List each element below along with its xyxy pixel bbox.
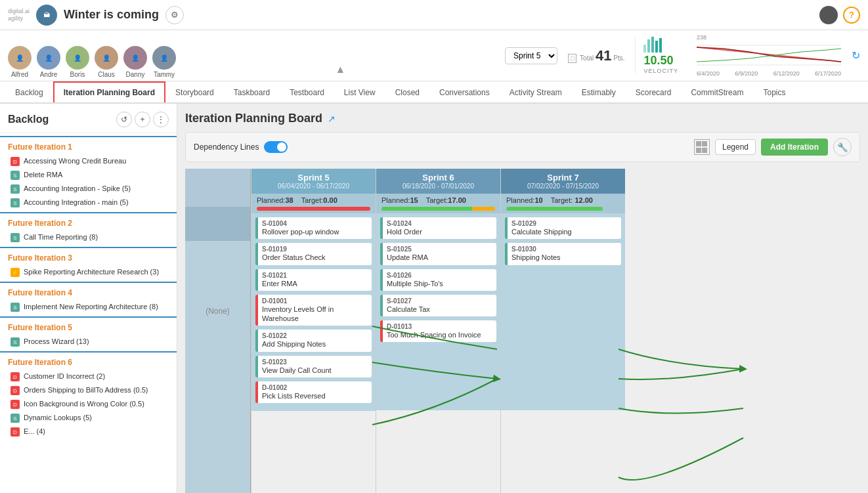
future-iteration-1-label: Future Iteration 1 [0,136,177,154]
card-id: S-01019 [262,246,368,253]
avatar-andre[interactable]: 👤 Andre [37,46,60,81]
card-s01027[interactable]: S-01027 Calculate Tax [380,295,496,316]
story-icon: S [11,414,20,423]
tab-iteration-planning-board[interactable]: Iteration Planning Board [53,81,165,102]
tab-activity-stream[interactable]: Activity Stream [500,82,572,102]
card-s01019[interactable]: S-01019 Order Status Check [255,243,372,265]
board-expand-icon[interactable]: ↗ [328,114,336,124]
legend-button[interactable]: Legend [715,139,756,155]
card-id: S-01022 [262,332,368,339]
list-item[interactable]: S Delete RMA [0,168,177,182]
tab-backlog[interactable]: Backlog [5,82,53,102]
dependency-label: Dependency Lines [194,142,259,152]
sprint-7-name: Sprint 7 [506,173,620,182]
sidebar-header: Backlog ↺ + ⋮ [0,109,177,133]
velocity-label: VELOCITY [643,68,678,74]
story-icon: S [11,171,20,180]
vel-bar-5 [659,38,662,53]
card-s01022[interactable]: S-01022 Add Shipping Notes [255,330,372,351]
card-s01029[interactable]: S-01029 Calculate Shipping [505,217,621,239]
card-title: Shipping Notes [511,253,617,262]
story-text: Orders Shipping to BillTo Address (0.5) [24,385,148,395]
tab-topics[interactable]: Topics [753,82,795,102]
story-text: Implement New Reporting Architecture (8) [24,302,158,311]
list-item[interactable]: S Accounting Integration - Spike (5) [0,182,177,196]
card-s01025[interactable]: S-01025 Update RMA [380,243,496,265]
chart-date-3: 6/12/2020 [773,70,800,77]
list-item[interactable]: D E... (4) [0,425,177,439]
story-text: Accounting Integration - Spike (5) [24,184,131,193]
board-area: Iteration Planning Board ↗ Dependency Li… [177,104,868,493]
card-id: D-01002 [262,384,368,391]
list-item[interactable]: S Accounting Integration - main (5) [0,196,177,209]
card-id: S-01023 [262,358,368,366]
card-d01001[interactable]: D-01001 Inventory Levels Off in Warehous… [255,295,372,326]
settings-button[interactable]: ⚙ [165,6,184,24]
avatar-alfred[interactable]: 👤 Alfred [8,46,32,81]
collapse-arrow[interactable]: ▲ [336,64,346,81]
add-iteration-button[interactable]: Add Iteration [761,139,828,156]
list-item[interactable]: D Accessing Wrong Credit Bureau [0,154,177,168]
refresh-icon[interactable]: ↻ [852,49,860,62]
list-item[interactable]: S Implement New Reporting Architecture (… [0,300,177,314]
tab-estimably[interactable]: Estimably [572,82,626,102]
grid-view-button[interactable] [694,139,710,155]
tab-closed[interactable]: Closed [385,82,429,102]
vel-bar-1 [643,45,646,53]
defect-icon: D [11,400,20,409]
sidebar-add-button[interactable]: + [135,112,150,127]
tab-commitstream[interactable]: CommitStream [681,82,753,102]
card-s01023[interactable]: S-01023 View Daily Call Count [255,356,372,377]
tab-testboard[interactable]: Testboard [280,82,334,102]
sidebar-refresh-button[interactable]: ↺ [116,112,132,127]
card-s01021[interactable]: S-01021 Enter RMA [255,269,372,291]
none-column-body: (None) [185,241,251,493]
card-s01030[interactable]: S-01030 Shipping Notes [505,243,621,265]
avatar-claus[interactable]: 👤 Claus [95,46,118,81]
future-iteration-3-label: Future Iteration 3 [0,247,177,265]
user-avatar[interactable] [819,6,838,24]
list-item[interactable]: D Customer ID Incorrect (2) [0,370,177,383]
tab-scorecard[interactable]: Scorecard [626,82,682,102]
avatar-img-claus: 👤 [95,46,118,70]
card-s01026[interactable]: S-01026 Multiple Ship-To's [380,269,496,291]
sprint-7-column: Sprint 7 07/02/2020 - 07/15/2020 Planned… [500,169,625,493]
card-title: Too Much Spacing on Invoice [387,330,492,339]
sidebar-title: Backlog [8,114,49,125]
list-item[interactable]: S Process Wizard (13) [0,335,177,349]
tab-taskboard[interactable]: Taskboard [224,82,280,102]
help-button[interactable]: ? [843,7,860,24]
sprint-5-cards: S-01004 Rollover pop-up window S-01019 O… [251,213,376,411]
dependency-toggle[interactable] [264,141,288,153]
card-title: Calculate Shipping [511,227,617,236]
sprint-selector[interactable]: Sprint 5 Sprint 6 Sprint 7 [505,47,557,64]
project-avatar: 🏔 [36,5,57,26]
board-title: Iteration Planning Board [185,112,322,125]
card-d01002[interactable]: D-01002 Pick Lists Reversed [255,381,372,403]
top-bar-left: digital.ai agility 🏔 Winter is coming ⚙ [8,5,184,26]
tab-storyboard[interactable]: Storyboard [165,82,224,102]
pts-total-icon: □ [568,54,576,63]
card-id: S-01026 [387,272,492,279]
list-item[interactable]: D Orders Shipping to BillTo Address (0.5… [0,383,177,397]
logo-line2: agility [8,15,30,22]
card-id: S-01029 [511,220,617,227]
avatar-danny[interactable]: 👤 Danny [123,46,147,81]
card-title: Add Shipping Notes [262,339,368,349]
sidebar-menu-button[interactable]: ⋮ [153,112,169,127]
card-s01024[interactable]: S-01024 Hold Order [380,217,496,239]
list-item[interactable]: S Call Time Reporting (8) [0,230,177,244]
card-s01004[interactable]: S-01004 Rollover pop-up window [255,217,372,239]
avatar-boris[interactable]: 👤 Boris [66,46,89,81]
tab-list-view[interactable]: List View [334,82,385,102]
list-item[interactable]: S Dynamic Lookups (5) [0,411,177,425]
list-item[interactable]: D Icon Background is Wrong Color (0.5) [0,397,177,411]
board-inner: (None) Sprint 5 06/04/2020 - 06/17/2020 … [185,169,860,493]
sprint-6-column: Sprint 6 06/18/2020 - 07/01/2020 Planned… [376,169,500,493]
list-item[interactable]: ⚡ Spike Reporting Architecture Research … [0,265,177,279]
tab-conversations[interactable]: Conversations [429,82,500,102]
avatar-tammy[interactable]: 👤 Tammy [152,46,176,81]
wrench-button[interactable]: 🔧 [833,138,852,156]
card-id: S-01030 [511,246,617,253]
card-d01013[interactable]: D-01013 Too Much Spacing on Invoice [380,320,496,342]
